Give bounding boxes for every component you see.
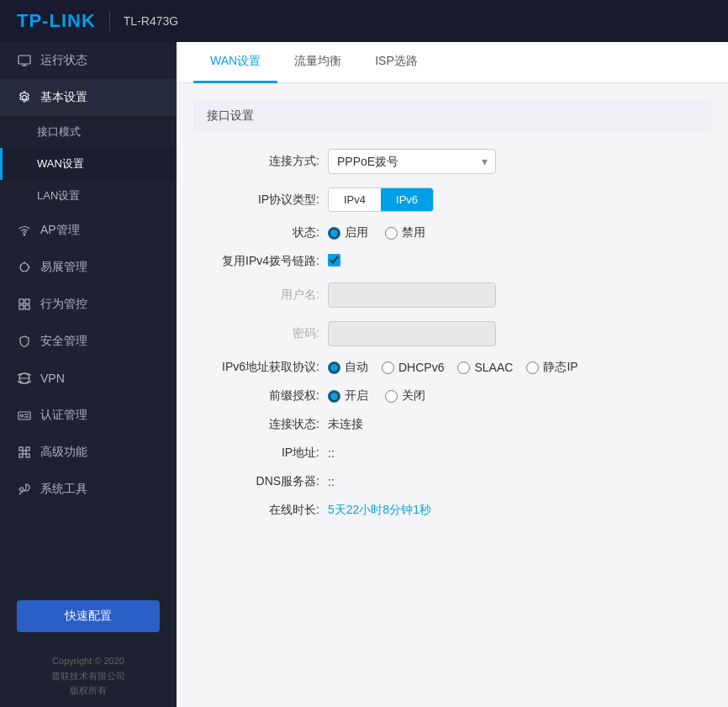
connection-status-label: 连接状态: [193,417,328,432]
username-label: 用户名: [193,288,328,303]
ip-protocol-row: IP协议类型: IPv4 IPv6 [193,187,711,212]
id-card-icon [17,408,32,423]
ipv6-static-label[interactable]: 静态IP [526,360,578,375]
svg-rect-0 [18,55,30,64]
connection-status-row: 连接状态: 未连接 [193,417,711,432]
ipv4-button[interactable]: IPv4 [329,188,381,211]
delegation-on-label[interactable]: 开启 [328,388,368,404]
sidebar-item-vpn[interactable]: VPN [0,360,177,397]
reuse-control [328,254,711,269]
delegation-control: 开启 关闭 [328,388,711,404]
ipv6-slaac-label[interactable]: SLAAC [457,361,513,374]
status-disable-radio[interactable] [385,227,398,240]
grid-icon [17,297,32,312]
delegation-off-label[interactable]: 关闭 [385,388,425,404]
connection-status-control: 未连接 [328,417,711,432]
dns-label: DNS服务器: [193,474,328,489]
connection-status-value: 未连接 [328,417,363,430]
sidebar-label-basic-settings: 基本设置 [40,90,87,105]
delegation-off-text: 关闭 [402,388,425,404]
sidebar-label-run-status: 运行状态 [40,53,87,68]
ip-protocol-control: IPv4 IPv6 [328,187,711,212]
ipv6-auto-text: 自动 [345,360,368,375]
ip-address-control: :: [328,446,711,460]
svg-rect-8 [25,299,29,303]
delegation-on-text: 开启 [345,388,368,404]
svg-rect-18 [19,454,23,457]
svg-rect-10 [25,305,29,309]
sidebar-label-vpn: VPN [40,372,65,385]
wifi-icon [17,223,32,238]
delegation-on-radio[interactable] [328,390,340,403]
svg-point-4 [20,263,29,272]
tab-wan-settings[interactable]: WAN设置 [193,42,277,83]
ipv6-dhcpv6-radio[interactable] [382,361,394,374]
status-enable-radio[interactable] [328,227,340,240]
delegation-label: 前缀授权: [193,388,328,404]
sidebar-item-system-tools[interactable]: 系统工具 [0,471,177,508]
dns-value: :: [328,475,335,488]
sidebar-sub-item-wan-settings[interactable]: WAN设置 [0,148,177,180]
ip-address-value: :: [328,446,335,460]
sidebar-item-behavior-control[interactable]: 行为管控 [0,286,177,323]
status-row: 状态: 启用 禁用 [193,225,711,240]
status-control: 启用 禁用 [328,225,711,240]
logo: TP-LINK [17,10,96,32]
ipv6-auto-label[interactable]: 自动 [328,360,368,375]
tools-icon [17,482,32,497]
main-layout: 运行状态 基本设置 接口模式 WAN设置 LAN设置 [0,42,728,707]
tab-traffic-balance[interactable]: 流量均衡 [277,42,358,83]
sidebar: 运行状态 基本设置 接口模式 WAN设置 LAN设置 [0,42,177,707]
status-disable-text: 禁用 [402,225,425,240]
delegation-off-radio[interactable] [385,390,398,403]
sidebar-item-basic-settings[interactable]: 基本设置 [0,79,177,116]
sidebar-item-easy-management[interactable]: 易展管理 [0,249,177,286]
shield-icon [17,334,32,349]
password-input[interactable] [328,321,496,346]
sidebar-item-auth-management[interactable]: 认证管理 [0,397,177,434]
sidebar-item-security-management[interactable]: 安全管理 [0,323,177,360]
sidebar-item-advanced-functions[interactable]: 高级功能 [0,434,177,471]
ipv6-static-radio[interactable] [526,361,539,374]
username-input[interactable] [328,282,496,308]
sidebar-sub-item-interface-mode[interactable]: 接口模式 [0,116,177,148]
ipv6-button[interactable]: IPv6 [381,188,433,211]
dns-control: :: [328,475,711,488]
status-enable-text: 启用 [345,225,368,240]
connection-type-control: PPPoE拨号 动态IP 静态IP PPTP L2TP ▾ [328,149,711,174]
sidebar-nav: 运行状态 基本设置 接口模式 WAN设置 LAN设置 [0,42,177,587]
section-title: 接口设置 [193,100,711,132]
connection-type-select[interactable]: PPPoE拨号 动态IP 静态IP PPTP L2TP [328,149,496,174]
ipv6-dhcpv6-label[interactable]: DHCPv6 [382,361,444,374]
ipv6-slaac-radio[interactable] [457,361,470,374]
quick-config-button[interactable]: 快速配置 [17,600,160,632]
ipv6-slaac-text: SLAAC [474,361,513,374]
ipv6-auto-radio[interactable] [328,361,340,374]
svg-rect-7 [19,299,24,303]
username-row: 用户名: [193,282,711,308]
status-radio-group: 启用 禁用 [328,225,711,240]
ipv6-protocol-label: IPv6地址获取协议: [193,360,328,375]
tab-isp-routing[interactable]: ISP选路 [358,42,435,83]
ip-address-row: IP地址: :: [193,446,711,461]
sidebar-item-run-status[interactable]: 运行状态 [0,42,177,79]
svg-rect-9 [19,305,24,309]
status-enable-label[interactable]: 启用 [328,225,368,240]
svg-rect-20 [23,451,26,454]
status-disable-label[interactable]: 禁用 [385,225,425,240]
vpn-icon [17,371,32,386]
reuse-checkbox[interactable] [328,254,340,266]
sidebar-sub-item-lan-settings[interactable]: LAN设置 [0,180,177,212]
connection-type-label: 连接方式: [193,154,328,169]
delegation-row: 前缀授权: 开启 关闭 [193,388,711,404]
connection-type-row: 连接方式: PPPoE拨号 动态IP 静态IP PPTP L2TP ▾ [193,149,711,174]
connection-type-select-wrapper: PPPoE拨号 动态IP 静态IP PPTP L2TP ▾ [328,149,496,174]
monitor-icon [17,53,32,68]
apps-icon [17,445,32,460]
sidebar-label-security-management: 安全管理 [40,334,87,349]
sidebar-item-ap-management[interactable]: AP管理 [0,212,177,249]
sidebar-label-behavior-control: 行为管控 [40,297,87,312]
sidebar-label-advanced-functions: 高级功能 [40,445,87,460]
sidebar-label-wan-settings: WAN设置 [37,156,84,171]
model-name: TL-R473G [124,14,178,28]
